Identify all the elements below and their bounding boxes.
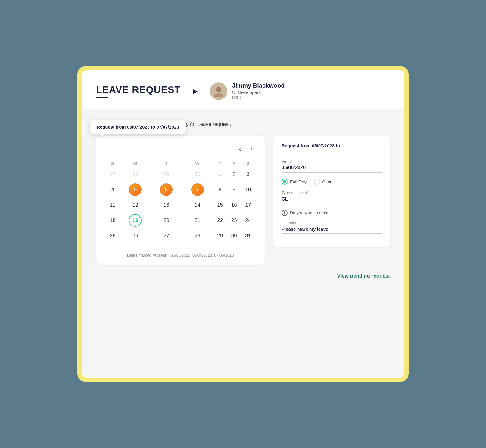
- svg-point-0: [216, 87, 221, 92]
- from-value: 05/05/2020: [282, 165, 382, 173]
- calendar-day[interactable]: 13: [151, 199, 182, 211]
- calendar-day[interactable]: 30: [227, 230, 241, 242]
- comments-label: Comments: [282, 221, 382, 225]
- calendar-day[interactable]: 24: [241, 211, 255, 230]
- full-day-option[interactable]: Full Day: [282, 179, 307, 185]
- calendar-day[interactable]: 4: [106, 180, 120, 199]
- calendar-day[interactable]: 2: [227, 168, 241, 180]
- header-title-block: LEAVE REQUEST: [96, 84, 181, 98]
- calendar-day[interactable]: 29: [151, 168, 182, 180]
- calendar-day[interactable]: 16: [227, 199, 241, 211]
- calendar-day[interactable]: 19: [120, 211, 151, 230]
- calendar-day[interactable]: 17: [241, 199, 255, 211]
- calendar-day[interactable]: 9: [227, 180, 241, 199]
- calendar-day[interactable]: 29: [213, 230, 227, 242]
- day-header-thu: T: [213, 158, 227, 168]
- calendar-day[interactable]: 6: [151, 180, 182, 199]
- info-row: i Do you want to make...: [282, 210, 382, 216]
- calendar-day[interactable]: 30: [182, 168, 213, 180]
- calendar-day[interactable]: 31: [241, 230, 255, 242]
- full-day-radio[interactable]: [282, 179, 288, 185]
- user-details: Jimmy Blackwood UI Developers R&D: [232, 82, 285, 100]
- outer-card: LEAVE REQUEST ▶ Jimmy Blackwood UI Devel…: [77, 66, 409, 382]
- page-header: LEAVE REQUEST ▶ Jimmy Blackwood UI Devel…: [82, 70, 404, 109]
- calendar-day[interactable]: 28: [182, 230, 213, 242]
- prev-month-button[interactable]: ‹: [237, 144, 244, 154]
- calendar-day[interactable]: 14: [182, 199, 213, 211]
- absent-note: Dates marked "Absent" : 05/05/2020, 06/0…: [106, 248, 255, 257]
- comments-value: Please mark my leave: [282, 226, 382, 234]
- right-panel: Request from 05/07/2023 to ... From* 05/…: [273, 136, 390, 247]
- calendar-day[interactable]: 27: [106, 168, 120, 180]
- calendar-day[interactable]: 12: [120, 199, 151, 211]
- main-content: Request from 05/07/2023 to 07/07/2023 ‹ …: [96, 136, 390, 265]
- from-field: From* 05/05/2020: [282, 159, 382, 173]
- day-type-radio-group: Full Day Seco...: [282, 179, 382, 185]
- info-text: Do you want to make...: [290, 210, 333, 215]
- second-half-radio[interactable]: [314, 179, 320, 185]
- calendar-day[interactable]: 1: [213, 168, 227, 180]
- next-month-button[interactable]: ›: [248, 144, 255, 154]
- calendar-day[interactable]: 28: [120, 168, 151, 180]
- calendar-day[interactable]: 15: [213, 199, 227, 211]
- leave-type-value: CL: [282, 196, 382, 204]
- calendar-day[interactable]: 20: [151, 211, 182, 230]
- user-team: R&D: [232, 95, 285, 100]
- page-title: LEAVE REQUEST: [96, 84, 181, 95]
- page-body: Select day(s) for which you wish to appl…: [82, 109, 404, 378]
- tooltip-box: Request from 05/07/2023 to 07/07/2023: [90, 120, 186, 134]
- leave-type-field: Type of leaves* CL: [282, 191, 382, 204]
- user-department: UI Developers: [232, 90, 285, 95]
- calendar-day[interactable]: 22: [213, 211, 227, 230]
- svg-point-1: [214, 93, 223, 97]
- calendar-day[interactable]: 27: [151, 230, 182, 242]
- from-label: From*: [282, 159, 382, 164]
- title-underline: [96, 97, 108, 98]
- calendar-day[interactable]: 21: [182, 211, 213, 230]
- calendar-day[interactable]: 23: [227, 211, 241, 230]
- inner-card: LEAVE REQUEST ▶ Jimmy Blackwood UI Devel…: [82, 70, 404, 378]
- calendar-container: Request from 05/07/2023 to 07/07/2023 ‹ …: [96, 136, 265, 265]
- calendar-day[interactable]: 3: [241, 168, 255, 180]
- full-day-label: Full Day: [290, 179, 307, 184]
- header-arrow-icon: ▶: [193, 87, 198, 95]
- info-icon: i: [282, 210, 288, 216]
- calendar-day[interactable]: 18: [106, 211, 120, 230]
- calendar-day[interactable]: 8: [213, 180, 227, 199]
- calendar-day[interactable]: 10: [241, 180, 255, 199]
- day-header-tue: T: [151, 158, 182, 168]
- calendar-card: ‹ › S M T W: [96, 136, 265, 265]
- calendar-nav: ‹ ›: [106, 144, 255, 154]
- day-header-sun: S: [106, 158, 120, 168]
- day-header-sat: S: [241, 158, 255, 168]
- day-header-fri: F: [227, 158, 241, 168]
- calendar-grid: S M T W T F S: [106, 158, 255, 242]
- footer: View pending request: [96, 273, 390, 282]
- comments-field: Comments Please mark my leave: [282, 221, 382, 234]
- calendar-day[interactable]: 7: [182, 180, 213, 199]
- day-header-mon: M: [120, 158, 151, 168]
- user-name: Jimmy Blackwood: [232, 82, 285, 89]
- calendar-day[interactable]: 25: [106, 230, 120, 242]
- tooltip-text: Request from 05/07/2023 to 07/07/2023: [97, 124, 179, 129]
- avatar: [210, 82, 227, 100]
- calendar-day[interactable]: 5: [120, 180, 151, 199]
- second-half-label: Seco...: [322, 179, 336, 184]
- day-header-wed: W: [182, 158, 213, 168]
- second-half-option[interactable]: Seco...: [314, 179, 336, 185]
- calendar-day[interactable]: 26: [120, 230, 151, 242]
- leave-type-label: Type of leaves*: [282, 191, 382, 195]
- user-info-block: Jimmy Blackwood UI Developers R&D: [210, 82, 285, 100]
- calendar-day[interactable]: 11: [106, 199, 120, 211]
- right-panel-header: Request from 05/07/2023 to ...: [282, 143, 382, 153]
- view-pending-button[interactable]: View pending request: [337, 273, 390, 279]
